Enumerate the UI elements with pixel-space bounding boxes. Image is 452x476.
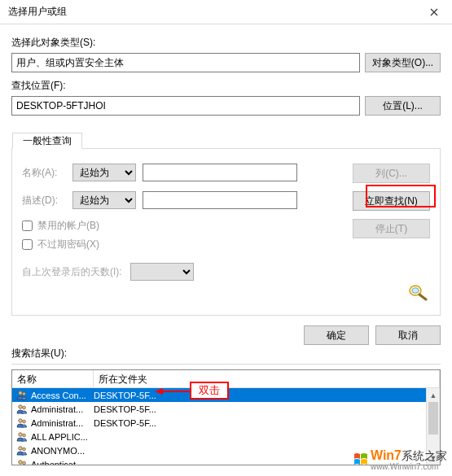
- days-since-login-label: 自上次登录后的天数(I):: [22, 265, 122, 279]
- svg-point-9: [23, 434, 26, 437]
- user-group-icon: [15, 417, 29, 430]
- search-results-label: 搜索结果(U):: [11, 347, 441, 360]
- list-item[interactable]: Access Con...DESKTOP-5F...: [12, 388, 440, 402]
- column-folder[interactable]: 所在文件夹: [94, 370, 440, 388]
- svg-point-3: [23, 392, 26, 395]
- column-name[interactable]: 名称: [12, 370, 94, 388]
- days-since-login-select[interactable]: [130, 263, 194, 281]
- list-item[interactable]: Administrat...DESKTOP-5F...: [12, 416, 440, 430]
- divider: [11, 364, 441, 365]
- user-group-icon: [15, 444, 29, 457]
- columns-button[interactable]: 列(C)...: [353, 164, 430, 183]
- svg-point-13: [23, 461, 26, 465]
- name-mode-select[interactable]: 起始为: [72, 164, 136, 181]
- list-item[interactable]: Administrat...DESKTOP-5F...: [12, 402, 440, 416]
- svg-point-5: [23, 406, 26, 409]
- row-name: Administrat...: [31, 418, 94, 428]
- window-title: 选择用户或组: [8, 5, 67, 19]
- user-group-icon: [15, 430, 29, 443]
- row-folder: DESKTOP-5F...: [94, 404, 440, 414]
- desc-input[interactable]: [143, 191, 297, 209]
- row-name: Administrat...: [31, 404, 94, 414]
- list-item[interactable]: ANONYMO...: [12, 443, 440, 457]
- row-folder: DESKTOP-5F...: [94, 418, 440, 428]
- svg-point-6: [19, 418, 22, 421]
- svg-point-1: [412, 288, 419, 293]
- location-label: 查找位置(F):: [11, 79, 441, 93]
- row-name: ANONYMO...: [31, 446, 94, 456]
- disabled-accounts-checkbox[interactable]: [22, 221, 33, 231]
- non-expiring-pw-label: 不过期密码(X): [37, 238, 99, 251]
- scroll-up-icon[interactable]: ▲: [427, 388, 440, 402]
- row-name: ALL APPLIC...: [31, 432, 94, 442]
- desc-mode-select[interactable]: 起始为: [72, 191, 136, 209]
- object-type-field[interactable]: [11, 53, 360, 72]
- user-group-icon: [15, 389, 29, 402]
- tab-common-queries[interactable]: 一般性查询: [12, 133, 82, 149]
- svg-point-10: [19, 446, 22, 449]
- cancel-button[interactable]: 取消: [375, 325, 441, 345]
- list-header: 名称 所在文件夹: [12, 370, 440, 388]
- close-button[interactable]: [415, 0, 452, 24]
- scrollbar-vertical[interactable]: ▲ ▼: [426, 388, 440, 465]
- user-group-icon: [15, 458, 29, 466]
- row-folder: DESKTOP-5F...: [94, 391, 440, 400]
- find-now-button[interactable]: 立即查找(N): [353, 191, 430, 211]
- disabled-accounts-label: 禁用的帐户(B): [37, 219, 99, 233]
- svg-point-8: [19, 432, 22, 435]
- desc-label: 描述(D):: [22, 194, 72, 207]
- svg-point-4: [19, 404, 22, 408]
- stop-button[interactable]: 停止(T): [353, 219, 430, 238]
- non-expiring-pw-checkbox[interactable]: [22, 239, 33, 250]
- search-icon: [406, 282, 430, 302]
- svg-point-7: [23, 420, 26, 423]
- scroll-down-icon[interactable]: ▼: [427, 451, 440, 465]
- common-queries-frame: 一般性查询 名称(A): 起始为 描述(D): 起始为 禁用的帐户(B): [11, 148, 441, 316]
- location-field[interactable]: [11, 96, 360, 116]
- name-input[interactable]: [143, 164, 297, 181]
- close-icon: [430, 8, 438, 16]
- object-types-button[interactable]: 对象类型(O)...: [365, 53, 441, 72]
- titlebar: 选择用户或组: [0, 0, 452, 24]
- user-group-icon: [15, 403, 29, 416]
- object-type-label: 选择此对象类型(S):: [11, 36, 441, 50]
- name-label: 名称(A):: [22, 166, 72, 180]
- row-name: Access Con...: [31, 391, 94, 400]
- ok-button[interactable]: 确定: [304, 325, 369, 345]
- list-item[interactable]: ALL APPLIC...: [12, 430, 440, 443]
- svg-point-2: [19, 391, 22, 394]
- scroll-thumb[interactable]: [428, 402, 438, 435]
- row-name: Authenticat...: [31, 460, 94, 466]
- locations-button[interactable]: 位置(L)...: [365, 96, 441, 116]
- list-item[interactable]: Authenticat...: [12, 457, 440, 465]
- results-list[interactable]: 名称 所在文件夹 Access Con...DESKTOP-5F...Admin…: [11, 369, 441, 465]
- svg-point-12: [19, 460, 22, 463]
- svg-point-11: [23, 448, 26, 451]
